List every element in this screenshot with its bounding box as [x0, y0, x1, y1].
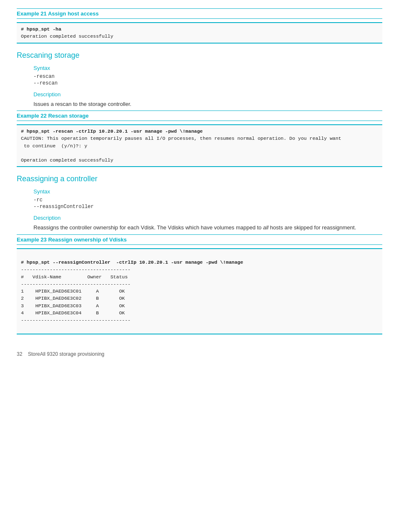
reassigning-syntax-label: Syntax [33, 188, 382, 195]
example22-code5: Operation completed successfully [21, 157, 113, 163]
reassigning-description-text2: hosts are skipped for reassignment. [269, 224, 356, 231]
rescaning-syntax-2: --rescan [33, 80, 382, 86]
reassigning-controller-title: Reassigning a controller [17, 175, 382, 183]
reassigning-description-label: Description [33, 215, 382, 221]
page-footer: 32 StoreAll 9320 storage provisioning [17, 351, 382, 357]
example21-title: Example 21 Assign host access # hpsp_spt… [17, 8, 382, 44]
rescaning-description-text: Issues a rescan to the storage controlle… [33, 100, 382, 108]
example23-sep3: -------------------------------------- [21, 317, 130, 323]
example22-container: Example 22 Rescan storage # hpsp_spt -re… [17, 111, 382, 167]
reassigning-description-text: Reassigns the controller ownership for e… [33, 224, 382, 232]
rescaning-storage-title: Rescaning storage [17, 51, 382, 60]
example23-title-text: Example 23 Reassign ownership of Vdisks [17, 234, 382, 245]
example23-row4: 4 HPIBX_DAED6E3C04 B OK [21, 310, 125, 316]
reassigning-controller-section: Reassigning a controller Syntax -rc --re… [17, 175, 382, 334]
doc-title: StoreAll 9320 storage provisioning [28, 351, 105, 357]
example23-row2: 2 HPIBX_DAED6E3C02 B OK [21, 296, 125, 301]
rescaning-description-label: Description [33, 91, 382, 98]
example23-sep2: -------------------------------------- [21, 281, 130, 287]
example23-sep1: -------------------------------------- [21, 267, 130, 272]
example21-title-text: Example 21 Assign host access [17, 10, 99, 17]
example23-row1: 1 HPIBX_DAED6E3C01 A OK [21, 288, 125, 294]
page-number: 32 [17, 351, 22, 357]
example21-code2: Operation completed successfully [21, 33, 113, 39]
example23-code1: # hpsp_spt --reassignController -ctrlIp … [21, 260, 243, 265]
example22-code1: # hpsp_spt -rescan -ctrlIp 10.20.20.1 -u… [21, 129, 203, 134]
example22-code3: to continue (y/n)?: y [21, 143, 87, 149]
example23-container: Example 23 Reassign ownership of Vdisks … [17, 234, 382, 334]
rescaning-syntax-1: -rescan [33, 74, 382, 80]
reassigning-description-text1: Reassigns the controller ownership for e… [33, 224, 263, 231]
reassigning-description-italic: all [263, 224, 269, 231]
example21-code1: # hpsp_spt -ha [21, 26, 61, 32]
rescaning-syntax-label: Syntax [33, 65, 382, 71]
example23-col-header: # Vdisk-Name Owner Status [21, 274, 128, 280]
example23-row3: 3 HPIBX_DAED6E3C03 A OK [21, 303, 125, 308]
rescaning-storage-section: Rescaning storage Syntax -rescan --resca… [17, 51, 382, 167]
reassigning-syntax-1: -rc [33, 197, 382, 203]
example22-title-text: Example 22 Rescan storage [17, 111, 382, 121]
example22-code4 [21, 150, 24, 156]
example22-code2: CAUTION: This operation temporarily paus… [21, 136, 341, 141]
reassigning-syntax-2: --reassignController [33, 204, 382, 210]
